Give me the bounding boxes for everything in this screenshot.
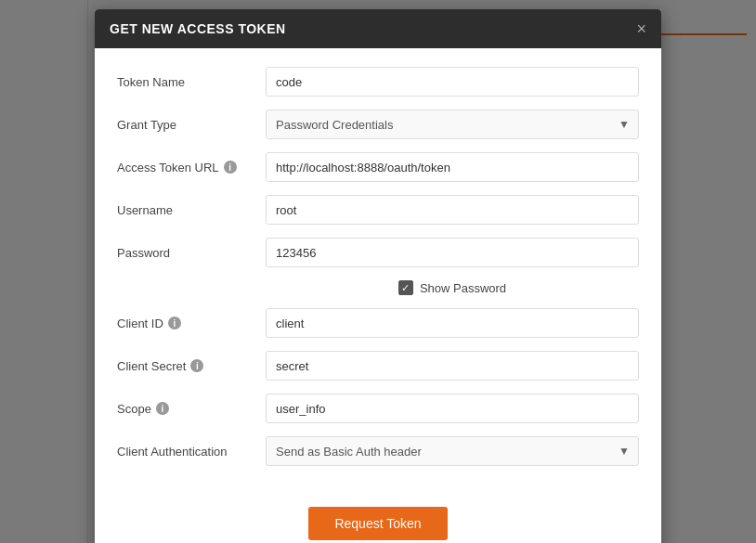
client-secret-label: Client Secret i: [117, 359, 266, 373]
access-token-url-label: Access Token URL i: [117, 161, 266, 175]
username-label: Username: [117, 203, 266, 217]
client-auth-select-wrapper: Send as Basic Auth header Send as Body ▼: [266, 436, 639, 466]
client-id-label: Client ID i: [117, 317, 266, 330]
show-password-row: ✓ Show Password: [117, 280, 639, 295]
client-auth-row: Client Authentication Send as Basic Auth…: [117, 436, 639, 466]
token-name-input[interactable]: [266, 67, 639, 97]
modal-title: GET NEW ACCESS TOKEN: [110, 21, 286, 36]
access-token-url-row: Access Token URL i: [117, 152, 639, 182]
access-token-url-info-icon: i: [224, 161, 237, 174]
username-input[interactable]: [266, 195, 639, 225]
client-id-row: Client ID i: [117, 308, 639, 338]
grant-type-select-wrapper: Password Credentials Authorization Code …: [266, 110, 639, 139]
modal-footer: Request Token: [95, 498, 661, 543]
scope-info-icon: i: [156, 402, 169, 415]
client-secret-input[interactable]: [266, 351, 639, 381]
grant-type-row: Grant Type Password Credentials Authoriz…: [117, 110, 639, 139]
grant-type-select[interactable]: Password Credentials Authorization Code …: [266, 110, 639, 139]
modal-overlay: GET NEW ACCESS TOKEN × Token Name Grant …: [0, 0, 756, 543]
show-password-checkbox[interactable]: ✓: [398, 280, 413, 295]
show-password-wrapper: ✓ Show Password: [398, 280, 506, 295]
token-name-label: Token Name: [117, 75, 266, 89]
password-row: Password: [117, 238, 639, 267]
password-input[interactable]: [266, 238, 639, 267]
token-name-row: Token Name: [117, 67, 639, 97]
client-id-input[interactable]: [266, 308, 639, 338]
show-password-label: Show Password: [420, 281, 506, 295]
grant-type-label: Grant Type: [117, 118, 266, 132]
client-id-info-icon: i: [168, 317, 181, 330]
client-auth-select[interactable]: Send as Basic Auth header Send as Body: [266, 436, 639, 466]
modal-header: GET NEW ACCESS TOKEN ×: [95, 9, 661, 48]
client-secret-row: Client Secret i: [117, 351, 639, 381]
request-token-button[interactable]: Request Token: [308, 507, 447, 540]
username-row: Username: [117, 195, 639, 225]
client-auth-label: Client Authentication: [117, 445, 266, 459]
access-token-url-input[interactable]: [266, 152, 639, 182]
client-secret-info-icon: i: [190, 359, 203, 372]
modal-body: Token Name Grant Type Password Credentia…: [95, 48, 661, 498]
scope-label: Scope i: [117, 402, 266, 416]
scope-input[interactable]: [266, 394, 639, 423]
modal-dialog: GET NEW ACCESS TOKEN × Token Name Grant …: [95, 9, 661, 543]
modal-close-button[interactable]: ×: [636, 20, 646, 37]
check-icon: ✓: [401, 283, 410, 293]
scope-row: Scope i: [117, 394, 639, 423]
password-label: Password: [117, 246, 266, 260]
